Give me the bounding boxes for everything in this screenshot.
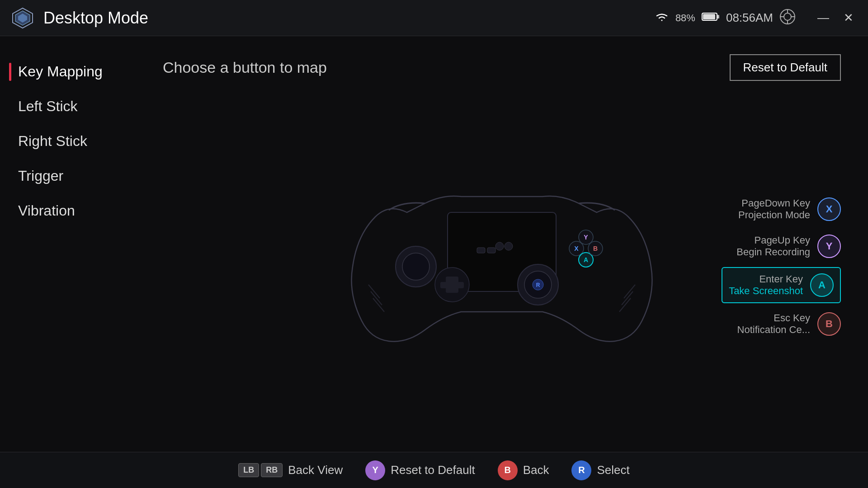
svg-rect-4	[717, 15, 719, 19]
svg-rect-5	[703, 14, 715, 19]
y-reset-badge: Y	[365, 460, 385, 480]
minimize-button[interactable]: —	[814, 9, 833, 27]
back-item[interactable]: B Back	[498, 460, 549, 480]
sidebar-item-key-mapping[interactable]: Key Mapping	[14, 54, 136, 89]
close-button[interactable]: ✕	[840, 9, 857, 27]
select-item[interactable]: R Select	[571, 460, 629, 480]
svg-text:R: R	[536, 282, 540, 288]
select-label: Select	[597, 463, 629, 477]
battery-icon	[702, 12, 720, 24]
sidebar-item-right-stick[interactable]: Right Stick	[14, 124, 136, 159]
rb-badge: RB	[261, 463, 283, 477]
content-header: Choose a button to map Reset to Default	[136, 36, 868, 81]
svg-text:Y: Y	[584, 234, 588, 241]
bottom-bar: LB RB Back View Y Reset to Default B Bac…	[0, 452, 868, 488]
x-button-circle[interactable]: X	[817, 197, 841, 221]
controller-image: X Y A B	[344, 176, 660, 357]
b-button-circle[interactable]: B	[817, 312, 841, 336]
b-mapping-labels: Esc Key Notification Ce...	[737, 312, 810, 336]
back-view-label: Back View	[288, 463, 343, 477]
x-mapping-action: Projection Mode	[738, 209, 810, 221]
lb-rb-badge: LB RB	[238, 463, 283, 477]
a-button-circle[interactable]: A	[810, 273, 834, 297]
reset-item[interactable]: Y Reset to Default	[365, 460, 475, 480]
svg-point-14	[402, 253, 429, 280]
x-mapping-labels: PageDown Key Projection Mode	[738, 197, 810, 221]
wifi-icon	[655, 11, 669, 25]
svg-rect-28	[477, 248, 485, 253]
content-area: Choose a button to map Reset to Default	[136, 36, 868, 452]
battery-percent: 88%	[675, 12, 695, 24]
svg-text:B: B	[593, 245, 598, 252]
a-mapping-labels: Enter Key Take Screenshot	[729, 273, 803, 297]
a-mapping-key: Enter Key	[729, 273, 803, 285]
svg-point-30	[495, 242, 504, 250]
app-logo-icon	[11, 6, 34, 30]
y-mapping-action: Begin Recording	[736, 246, 810, 258]
x-button-mapping-row[interactable]: PageDown Key Projection Mode X	[722, 193, 841, 225]
svg-text:A: A	[584, 256, 588, 263]
svg-point-7	[784, 13, 791, 20]
y-mapping-labels: PageUp Key Begin Recording	[736, 235, 810, 258]
lb-badge: LB	[238, 463, 259, 477]
sidebar-item-left-stick[interactable]: Left Stick	[14, 89, 136, 124]
svg-point-31	[505, 242, 513, 250]
a-button-mapping-row[interactable]: Enter Key Take Screenshot A	[722, 267, 841, 303]
main-layout: Key Mapping Left Stick Right Stick Trigg…	[0, 36, 868, 452]
status-icons: 88% 08:56AM	[655, 9, 796, 28]
notification-icon[interactable]	[779, 9, 796, 28]
svg-rect-29	[487, 248, 495, 253]
svg-text:X: X	[574, 245, 579, 252]
svg-rect-19	[440, 282, 464, 288]
title-bar: Desktop Mode 88% 08:56AM	[0, 0, 868, 36]
right-mapping-panel: PageDown Key Projection Mode X PageUp Ke…	[722, 193, 841, 340]
window-controls: — ✕	[814, 9, 857, 27]
controller-area: X Y A B	[136, 81, 868, 452]
x-mapping-key: PageDown Key	[738, 197, 810, 209]
sidebar-item-vibration[interactable]: Vibration	[14, 193, 136, 228]
title-left: Desktop Mode	[11, 6, 148, 30]
b-button-mapping-row[interactable]: Esc Key Notification Ce... B	[722, 308, 841, 340]
sidebar: Key Mapping Left Stick Right Stick Trigg…	[0, 36, 136, 452]
back-label: Back	[523, 463, 549, 477]
r-select-badge: R	[571, 460, 591, 480]
b-mapping-action: Notification Ce...	[737, 324, 810, 336]
time-display: 08:56AM	[726, 11, 773, 25]
app-title: Desktop Mode	[43, 9, 148, 28]
y-mapping-key: PageUp Key	[736, 235, 810, 246]
b-back-badge: B	[498, 460, 518, 480]
sidebar-item-trigger[interactable]: Trigger	[14, 159, 136, 193]
reset-to-default-button[interactable]: Reset to Default	[730, 54, 841, 81]
controller-svg: X Y A B	[344, 176, 660, 348]
back-view-item[interactable]: LB RB Back View	[238, 463, 343, 477]
reset-label: Reset to Default	[391, 463, 475, 477]
choose-button-text: Choose a button to map	[163, 59, 327, 76]
y-button-circle[interactable]: Y	[817, 235, 841, 258]
b-mapping-key: Esc Key	[737, 312, 810, 324]
title-right: 88% 08:56AM —	[655, 9, 857, 28]
a-mapping-action: Take Screenshot	[729, 285, 803, 297]
y-button-mapping-row[interactable]: PageUp Key Begin Recording Y	[722, 230, 841, 263]
